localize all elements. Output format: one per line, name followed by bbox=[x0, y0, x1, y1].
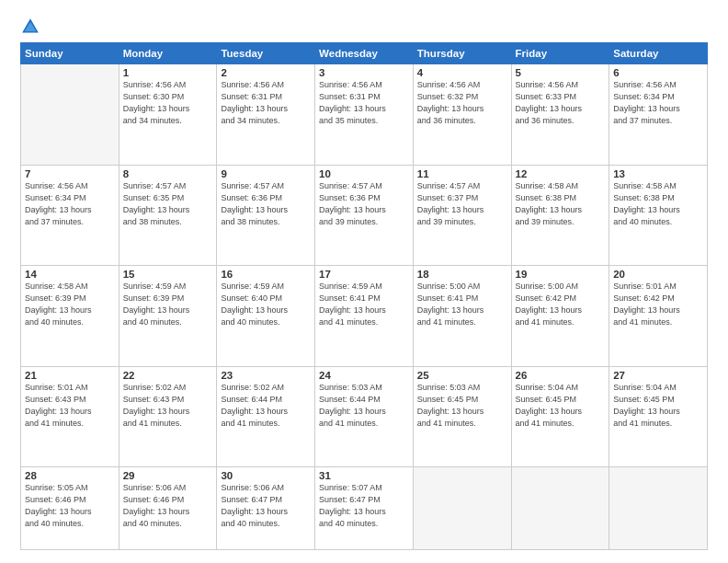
day-number: 3 bbox=[319, 67, 409, 78]
calendar-cell: 23Sunrise: 5:02 AM Sunset: 6:44 PM Dayli… bbox=[217, 366, 315, 467]
calendar-cell: 3Sunrise: 4:56 AM Sunset: 6:31 PM Daylig… bbox=[315, 64, 414, 166]
day-number: 28 bbox=[25, 470, 115, 481]
day-number: 8 bbox=[123, 168, 213, 179]
day-number: 16 bbox=[221, 269, 311, 280]
day-number: 4 bbox=[417, 67, 507, 78]
day-info: Sunrise: 5:04 AM Sunset: 6:45 PM Dayligh… bbox=[516, 382, 606, 430]
day-info: Sunrise: 4:59 AM Sunset: 6:39 PM Dayligh… bbox=[123, 281, 213, 328]
day-info: Sunrise: 5:07 AM Sunset: 6:47 PM Dayligh… bbox=[319, 482, 409, 530]
day-info: Sunrise: 5:00 AM Sunset: 6:41 PM Dayligh… bbox=[417, 281, 507, 328]
calendar-cell: 9Sunrise: 4:57 AM Sunset: 6:36 PM Daylig… bbox=[217, 165, 315, 266]
day-info: Sunrise: 5:06 AM Sunset: 6:47 PM Dayligh… bbox=[221, 482, 311, 530]
calendar-cell: 22Sunrise: 5:02 AM Sunset: 6:43 PM Dayli… bbox=[119, 366, 217, 467]
week-row: 7Sunrise: 4:56 AM Sunset: 6:34 PM Daylig… bbox=[21, 165, 708, 266]
calendar-cell: 6Sunrise: 4:56 AM Sunset: 6:34 PM Daylig… bbox=[609, 64, 708, 166]
calendar-cell: 5Sunrise: 4:56 AM Sunset: 6:33 PM Daylig… bbox=[511, 64, 609, 166]
day-number: 5 bbox=[516, 67, 606, 78]
calendar-cell: 30Sunrise: 5:06 AM Sunset: 6:47 PM Dayli… bbox=[217, 467, 315, 550]
calendar-cell: 21Sunrise: 5:01 AM Sunset: 6:43 PM Dayli… bbox=[21, 366, 119, 467]
calendar-cell: 1Sunrise: 4:56 AM Sunset: 6:30 PM Daylig… bbox=[119, 64, 217, 166]
day-info: Sunrise: 5:02 AM Sunset: 6:44 PM Dayligh… bbox=[221, 382, 311, 430]
day-number: 18 bbox=[417, 269, 507, 280]
calendar-cell: 17Sunrise: 4:59 AM Sunset: 6:41 PM Dayli… bbox=[315, 266, 414, 367]
weekday-header: Tuesday bbox=[217, 43, 315, 64]
day-number: 15 bbox=[123, 269, 213, 280]
week-row: 14Sunrise: 4:58 AM Sunset: 6:39 PM Dayli… bbox=[21, 266, 708, 367]
day-number: 23 bbox=[221, 370, 311, 381]
day-info: Sunrise: 4:58 AM Sunset: 6:38 PM Dayligh… bbox=[516, 180, 606, 228]
day-number: 30 bbox=[221, 470, 311, 481]
calendar-cell: 15Sunrise: 4:59 AM Sunset: 6:39 PM Dayli… bbox=[119, 266, 217, 367]
weekday-header: Friday bbox=[511, 43, 609, 64]
calendar-cell: 28Sunrise: 5:05 AM Sunset: 6:46 PM Dayli… bbox=[21, 467, 119, 550]
day-number: 24 bbox=[319, 370, 409, 381]
day-info: Sunrise: 4:57 AM Sunset: 6:36 PM Dayligh… bbox=[221, 180, 311, 228]
day-info: Sunrise: 4:57 AM Sunset: 6:35 PM Dayligh… bbox=[123, 180, 213, 228]
day-info: Sunrise: 5:01 AM Sunset: 6:42 PM Dayligh… bbox=[613, 281, 703, 328]
day-info: Sunrise: 5:04 AM Sunset: 6:45 PM Dayligh… bbox=[613, 382, 703, 430]
day-info: Sunrise: 4:59 AM Sunset: 6:40 PM Dayligh… bbox=[221, 281, 311, 328]
calendar-cell: 24Sunrise: 5:03 AM Sunset: 6:44 PM Dayli… bbox=[315, 366, 414, 467]
calendar-cell: 11Sunrise: 4:57 AM Sunset: 6:37 PM Dayli… bbox=[413, 165, 511, 266]
day-info: Sunrise: 4:56 AM Sunset: 6:32 PM Dayligh… bbox=[417, 79, 507, 127]
day-number: 2 bbox=[221, 67, 311, 78]
day-number: 13 bbox=[613, 168, 703, 179]
calendar-cell: 12Sunrise: 4:58 AM Sunset: 6:38 PM Dayli… bbox=[511, 165, 609, 266]
day-number: 26 bbox=[516, 370, 606, 381]
day-info: Sunrise: 5:05 AM Sunset: 6:46 PM Dayligh… bbox=[25, 482, 115, 530]
day-number: 25 bbox=[417, 370, 507, 381]
day-info: Sunrise: 4:58 AM Sunset: 6:39 PM Dayligh… bbox=[25, 281, 115, 328]
weekday-header: Wednesday bbox=[315, 43, 414, 64]
day-number: 22 bbox=[123, 370, 213, 381]
logo-icon bbox=[20, 17, 40, 37]
calendar-cell: 2Sunrise: 4:56 AM Sunset: 6:31 PM Daylig… bbox=[217, 64, 315, 166]
weekday-header: Sunday bbox=[21, 43, 119, 64]
week-row: 21Sunrise: 5:01 AM Sunset: 6:43 PM Dayli… bbox=[21, 366, 708, 467]
day-info: Sunrise: 4:56 AM Sunset: 6:34 PM Dayligh… bbox=[25, 180, 115, 228]
day-info: Sunrise: 4:56 AM Sunset: 6:30 PM Dayligh… bbox=[123, 79, 213, 127]
day-number: 6 bbox=[613, 67, 703, 78]
calendar-cell: 26Sunrise: 5:04 AM Sunset: 6:45 PM Dayli… bbox=[511, 366, 609, 467]
week-row: 28Sunrise: 5:05 AM Sunset: 6:46 PM Dayli… bbox=[21, 467, 708, 550]
logo bbox=[20, 17, 44, 37]
calendar-cell bbox=[511, 467, 609, 550]
calendar-cell: 29Sunrise: 5:06 AM Sunset: 6:46 PM Dayli… bbox=[119, 467, 217, 550]
calendar-cell: 19Sunrise: 5:00 AM Sunset: 6:42 PM Dayli… bbox=[511, 266, 609, 367]
day-info: Sunrise: 5:03 AM Sunset: 6:44 PM Dayligh… bbox=[319, 382, 409, 430]
day-info: Sunrise: 4:56 AM Sunset: 6:33 PM Dayligh… bbox=[516, 79, 606, 127]
day-info: Sunrise: 5:06 AM Sunset: 6:46 PM Dayligh… bbox=[123, 482, 213, 530]
day-number: 7 bbox=[25, 168, 115, 179]
calendar-cell: 27Sunrise: 5:04 AM Sunset: 6:45 PM Dayli… bbox=[609, 366, 708, 467]
calendar-cell: 20Sunrise: 5:01 AM Sunset: 6:42 PM Dayli… bbox=[609, 266, 708, 367]
calendar-cell bbox=[413, 467, 511, 550]
day-info: Sunrise: 4:59 AM Sunset: 6:41 PM Dayligh… bbox=[319, 281, 409, 328]
day-number: 9 bbox=[221, 168, 311, 179]
day-number: 19 bbox=[516, 269, 606, 280]
day-number: 31 bbox=[319, 470, 409, 481]
day-info: Sunrise: 4:58 AM Sunset: 6:38 PM Dayligh… bbox=[613, 180, 703, 228]
calendar-cell: 25Sunrise: 5:03 AM Sunset: 6:45 PM Dayli… bbox=[413, 366, 511, 467]
calendar-cell: 13Sunrise: 4:58 AM Sunset: 6:38 PM Dayli… bbox=[609, 165, 708, 266]
day-info: Sunrise: 4:56 AM Sunset: 6:34 PM Dayligh… bbox=[613, 79, 703, 127]
calendar-table: SundayMondayTuesdayWednesdayThursdayFrid… bbox=[20, 42, 708, 550]
day-number: 21 bbox=[25, 370, 115, 381]
weekday-header: Saturday bbox=[609, 43, 708, 64]
day-number: 1 bbox=[123, 67, 213, 78]
day-number: 12 bbox=[516, 168, 606, 179]
calendar-cell: 7Sunrise: 4:56 AM Sunset: 6:34 PM Daylig… bbox=[21, 165, 119, 266]
day-info: Sunrise: 4:57 AM Sunset: 6:36 PM Dayligh… bbox=[319, 180, 409, 228]
calendar-cell: 18Sunrise: 5:00 AM Sunset: 6:41 PM Dayli… bbox=[413, 266, 511, 367]
day-number: 10 bbox=[319, 168, 409, 179]
day-number: 20 bbox=[613, 269, 703, 280]
day-info: Sunrise: 4:57 AM Sunset: 6:37 PM Dayligh… bbox=[417, 180, 507, 228]
weekday-header: Thursday bbox=[413, 43, 511, 64]
day-info: Sunrise: 4:56 AM Sunset: 6:31 PM Dayligh… bbox=[221, 79, 311, 127]
calendar-cell: 10Sunrise: 4:57 AM Sunset: 6:36 PM Dayli… bbox=[315, 165, 414, 266]
day-number: 29 bbox=[123, 470, 213, 481]
weekday-header-row: SundayMondayTuesdayWednesdayThursdayFrid… bbox=[21, 43, 708, 64]
calendar-cell: 8Sunrise: 4:57 AM Sunset: 6:35 PM Daylig… bbox=[119, 165, 217, 266]
day-info: Sunrise: 5:02 AM Sunset: 6:43 PM Dayligh… bbox=[123, 382, 213, 430]
calendar-cell: 16Sunrise: 4:59 AM Sunset: 6:40 PM Dayli… bbox=[217, 266, 315, 367]
day-number: 27 bbox=[613, 370, 703, 381]
header bbox=[20, 17, 708, 37]
